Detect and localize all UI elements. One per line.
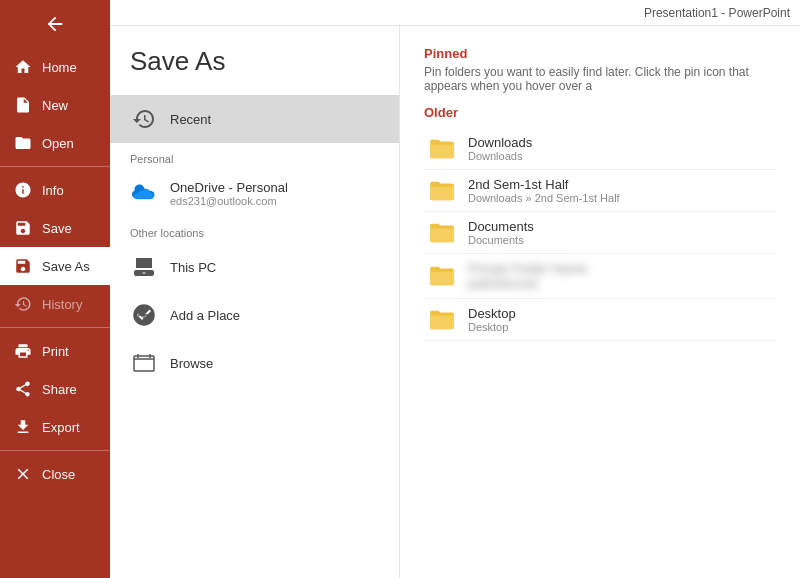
export-icon [14, 418, 32, 436]
close-icon [14, 465, 32, 483]
sidebar: Home New Open Info Save Save As [0, 0, 110, 578]
folder-downloads-name: Downloads [468, 135, 532, 150]
folder-documents-info: Documents Documents [468, 219, 534, 246]
folder-documents-path: Documents [468, 234, 534, 246]
location-onedrive[interactable]: OneDrive - Personal eds231@outlook.com [110, 169, 399, 217]
home-icon [14, 58, 32, 76]
main-content: Presentation1 - PowerPoint Save As Recen… [110, 0, 800, 578]
onedrive-email: eds231@outlook.com [170, 195, 288, 207]
location-recent[interactable]: Recent [110, 95, 399, 143]
folder-downloads-info: Downloads Downloads [468, 135, 532, 162]
folder-icon [428, 309, 456, 331]
print-icon [14, 342, 32, 360]
folder-downloads-path: Downloads [468, 150, 532, 162]
content-area: Save As Recent Personal One [110, 26, 800, 578]
addplace-icon [130, 301, 158, 329]
section-other: Other locations [110, 217, 399, 243]
folder-blurred-info: Private Folder Name path/blurred [468, 261, 587, 291]
folder-downloads[interactable]: Downloads Downloads [424, 128, 776, 170]
recent-label: Recent [170, 112, 211, 127]
title-bar-text: Presentation1 - PowerPoint [644, 6, 790, 20]
sidebar-item-home[interactable]: Home [0, 48, 110, 86]
sidebar-item-export[interactable]: Export [0, 408, 110, 446]
folder-2ndsem[interactable]: 2nd Sem-1st Half Downloads » 2nd Sem-1st… [424, 170, 776, 212]
folder-blurred-path: path/blurred [468, 276, 587, 291]
location-browse[interactable]: Browse [110, 339, 399, 387]
location-add-place[interactable]: Add a Place [110, 291, 399, 339]
clock-icon [130, 105, 158, 133]
browse-label: Browse [170, 356, 213, 371]
folder-2ndsem-path: Downloads » 2nd Sem-1st Half [468, 192, 620, 204]
folder-desktop-name: Desktop [468, 306, 516, 321]
sidebar-item-history: History [0, 285, 110, 323]
saveas-icon [14, 257, 32, 275]
browse-icon [130, 349, 158, 377]
folder-blurred[interactable]: Private Folder Name path/blurred [424, 254, 776, 299]
right-panel: Pinned Pin folders you want to easily fi… [400, 26, 800, 578]
section-personal: Personal [110, 143, 399, 169]
sidebar-item-open[interactable]: Open [0, 124, 110, 162]
pc-icon [130, 253, 158, 281]
add-place-label: Add a Place [170, 308, 240, 323]
share-icon [14, 380, 32, 398]
location-this-pc[interactable]: This PC [110, 243, 399, 291]
older-label: Older [424, 105, 776, 120]
folder-desktop-info: Desktop Desktop [468, 306, 516, 333]
sidebar-item-new[interactable]: New [0, 86, 110, 124]
sidebar-item-share[interactable]: Share [0, 370, 110, 408]
pinned-label: Pinned [424, 46, 776, 61]
folder-documents-name: Documents [468, 219, 534, 234]
onedrive-label: OneDrive - Personal [170, 180, 288, 195]
new-icon [14, 96, 32, 114]
sidebar-item-save[interactable]: Save [0, 209, 110, 247]
sidebar-item-save-as[interactable]: Save As [0, 247, 110, 285]
onedrive-info: OneDrive - Personal eds231@outlook.com [170, 180, 288, 207]
folder-icon [428, 265, 456, 287]
folder-icon [428, 180, 456, 202]
folder-blurred-name: Private Folder Name [468, 261, 587, 276]
folder-documents[interactable]: Documents Documents [424, 212, 776, 254]
page-title: Save As [110, 46, 399, 95]
back-button[interactable] [0, 0, 110, 48]
sidebar-item-close[interactable]: Close [0, 455, 110, 493]
folder-icon [428, 222, 456, 244]
this-pc-label: This PC [170, 260, 216, 275]
sidebar-item-print[interactable]: Print [0, 332, 110, 370]
sidebar-item-info[interactable]: Info [0, 171, 110, 209]
open-icon [14, 134, 32, 152]
folder-2ndsem-info: 2nd Sem-1st Half Downloads » 2nd Sem-1st… [468, 177, 620, 204]
left-panel: Save As Recent Personal One [110, 26, 400, 578]
folder-desktop-path: Desktop [468, 321, 516, 333]
svg-rect-0 [138, 272, 140, 274]
pinned-desc: Pin folders you want to easily find late… [424, 65, 776, 93]
title-bar: Presentation1 - PowerPoint [110, 0, 800, 26]
save-icon [14, 219, 32, 237]
history-icon [14, 295, 32, 313]
folder-desktop[interactable]: Desktop Desktop [424, 299, 776, 341]
folder-2ndsem-name: 2nd Sem-1st Half [468, 177, 620, 192]
onedrive-icon [130, 179, 158, 207]
folder-icon [428, 138, 456, 160]
info-icon [14, 181, 32, 199]
